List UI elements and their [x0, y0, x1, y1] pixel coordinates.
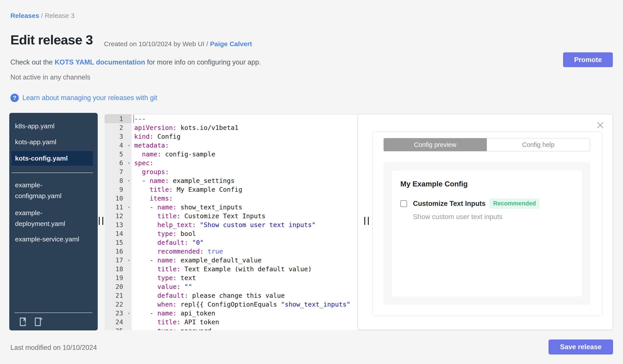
line-number: 14 — [105, 229, 132, 238]
doc-suffix: for more info on configuring your app. — [145, 58, 261, 66]
help-question-icon: ? — [10, 94, 19, 102]
code-text: spec: — [132, 159, 357, 167]
code-text: default: please change this value — [132, 291, 357, 300]
code-text: title: Customize Text Inputs — [132, 212, 357, 221]
tab-config-help[interactable]: Config help — [487, 138, 590, 151]
config-group-title: My Example Config — [400, 180, 467, 188]
code-line[interactable]: 3kind: Config — [105, 132, 357, 141]
code-text: groups: — [132, 167, 357, 176]
new-file-icon[interactable] — [33, 317, 43, 328]
code-text: - name: show_text_inputs — [132, 203, 357, 212]
code-line[interactable]: 9 title: My Example Config — [105, 185, 357, 194]
line-number: 5 — [105, 150, 132, 159]
close-x-icon[interactable] — [596, 121, 604, 129]
save-release-button[interactable]: Save release — [549, 340, 613, 355]
customize-text-inputs-checkbox[interactable] — [400, 200, 407, 207]
code-text: value: "" — [132, 282, 357, 291]
config-item-help-text: Show custom user text inputs — [413, 213, 503, 221]
code-line[interactable]: 21 default: please change this value — [105, 291, 357, 300]
fold-arrow-icon[interactable]: ▾ — [128, 159, 130, 167]
code-line[interactable]: 5 name: config-sample — [105, 150, 357, 159]
file-list: k8s-app.yamlkots-app.yamlkots-config.yam… — [15, 122, 93, 244]
code-text: apiVersion: kots.io/v1beta1 — [132, 123, 357, 132]
yaml-code-editor[interactable]: 1---2apiVersion: kots.io/v1beta13kind: C… — [105, 114, 357, 330]
line-number: 16 — [105, 247, 132, 256]
code-line[interactable]: 20 value: "" — [105, 282, 357, 291]
upload-file-icon[interactable] — [18, 317, 28, 328]
code-line[interactable]: 7 groups: — [105, 167, 357, 176]
code-line[interactable]: 15 default: "0" — [105, 238, 357, 247]
code-line[interactable]: 1--- — [105, 114, 357, 123]
fold-arrow-icon[interactable]: ▾ — [128, 256, 130, 265]
documentation-line: Check out the KOTS YAML documentation fo… — [10, 58, 261, 66]
line-number: 10 — [105, 194, 132, 203]
line-number: 19 — [105, 273, 132, 282]
code-line[interactable]: 23▾ - name: api_token — [105, 309, 357, 318]
code-text: type: text — [132, 273, 357, 282]
code-line[interactable]: 11▾ - name: show_text_inputs — [105, 203, 357, 212]
line-number: 9 — [105, 185, 132, 194]
line-number: 21 — [105, 291, 132, 300]
line-number: 6▾ — [105, 159, 132, 167]
code-line[interactable]: 12 title: Customize Text Inputs — [105, 212, 357, 221]
breadcrumb-releases-link[interactable]: Releases — [10, 12, 39, 19]
line-number: 11▾ — [105, 203, 132, 212]
doc-prefix: Check out the — [10, 58, 55, 66]
line-number: 15 — [105, 238, 132, 247]
sidebar-file-item[interactable]: example-configmap.yaml — [15, 180, 88, 201]
code-line[interactable]: 17▾ - name: example_default_value — [105, 256, 357, 265]
fold-arrow-icon[interactable]: ▾ — [128, 203, 130, 212]
tab-config-preview[interactable]: Config preview — [384, 138, 487, 151]
code-line[interactable]: 6▾spec: — [105, 159, 357, 167]
config-inner-panel: Config preview Config help My Example Co… — [372, 131, 602, 316]
code-line[interactable]: 19 type: text — [105, 273, 357, 282]
line-number: 8▾ — [105, 176, 132, 185]
code-text: title: Text Example (with default value) — [132, 265, 357, 273]
fold-arrow-icon[interactable]: ▾ — [128, 176, 130, 185]
sidebar-file-item[interactable]: kots-app.yaml — [15, 138, 88, 146]
line-number: 7 — [105, 167, 132, 176]
promote-button[interactable]: Promote — [563, 52, 613, 67]
line-number: 1 — [105, 114, 132, 123]
fold-arrow-icon[interactable]: ▾ — [128, 141, 130, 150]
code-line[interactable]: 16 recommended: true — [105, 247, 357, 256]
config-item-label[interactable]: Customize Text Inputs — [413, 200, 486, 208]
created-info: Created on 10/10/2024 by Web UI / Paige … — [104, 40, 252, 48]
last-modified-text: Last modified on 10/10/2024 — [10, 344, 97, 352]
sidebar-file-item[interactable]: example-service.yaml — [15, 235, 88, 244]
code-text: default: "0" — [132, 238, 357, 247]
code-text: type: password — [132, 326, 357, 330]
code-text: title: My Example Config — [132, 185, 357, 194]
code-line[interactable]: 25 type: password — [105, 326, 357, 330]
code-text: when: repl{{ ConfigOptionEquals "show_te… — [132, 300, 357, 309]
code-text: --- — [132, 114, 357, 123]
fold-arrow-icon[interactable]: ▾ — [128, 309, 130, 318]
editor-panel-resizer-handle[interactable] — [364, 217, 370, 226]
kots-yaml-doc-link[interactable]: KOTS YAML documentation — [55, 58, 145, 66]
config-preview-area: My Example Config Customize Text Inputs … — [384, 162, 590, 305]
code-line[interactable]: 4▾metadata: — [105, 141, 357, 150]
code-text: - name: example_default_value — [132, 256, 357, 265]
sidebar-editor-resizer-handle[interactable] — [99, 217, 105, 226]
code-line[interactable]: 18 title: Text Example (with default val… — [105, 265, 357, 273]
page-title: Edit release 3 — [10, 32, 93, 47]
code-line[interactable]: 2apiVersion: kots.io/v1beta1 — [105, 123, 357, 132]
code-line[interactable]: 14 type: bool — [105, 229, 357, 238]
code-text: help_text: "Show custom user text inputs… — [132, 221, 357, 229]
created-author-link[interactable]: Paige Calvert — [210, 40, 252, 47]
breadcrumb: Releases / Release 3 — [10, 12, 74, 20]
sidebar-file-item[interactable]: k8s-app.yaml — [15, 122, 88, 131]
code-line[interactable]: 24 title: API token — [105, 318, 357, 326]
code-line[interactable]: 8▾ - name: example_settings — [105, 176, 357, 185]
git-releases-help-link[interactable]: Learn about managing your releases with … — [22, 94, 157, 102]
sidebar-file-item[interactable]: kots-config.yaml — [12, 151, 93, 166]
line-number: 3 — [105, 132, 132, 141]
code-line[interactable]: 22 when: repl{{ ConfigOptionEquals "show… — [105, 300, 357, 309]
file-sidebar: k8s-app.yamlkots-app.yamlkots-config.yam… — [9, 113, 98, 330]
sidebar-file-item[interactable]: example-deployment.yaml — [15, 207, 88, 229]
created-text: Created on 10/10/2024 by Web UI / — [104, 40, 210, 47]
sidebar-divider — [12, 173, 93, 173]
code-line[interactable]: 13 help_text: "Show custom user text inp… — [105, 221, 357, 229]
code-line[interactable]: 10 items: — [105, 194, 357, 203]
code-text: - name: api_token — [132, 309, 357, 318]
